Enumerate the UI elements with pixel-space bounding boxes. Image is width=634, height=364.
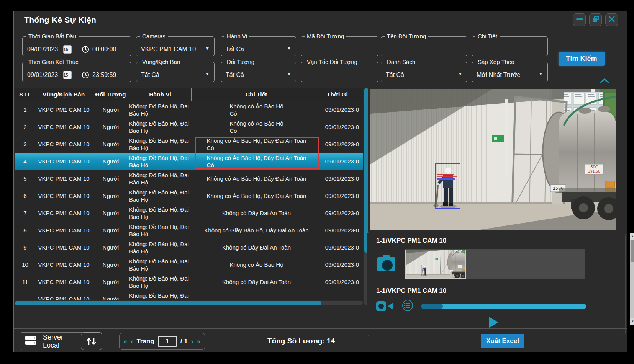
minimize-icon	[576, 16, 583, 24]
close-button[interactable]	[605, 13, 618, 26]
cell-time: 09/01/2023-0	[321, 256, 363, 273]
table-row[interactable]: 3 VKPC PM1 CAM 10 Người Không: Đồ Bảo Hộ…	[15, 135, 363, 153]
calendar-icon[interactable]: 15	[63, 71, 72, 79]
screen: Thống Kê Sự Kiện Thời Gian Bắt Đầu 09/01…	[0, 0, 634, 364]
minimize-button[interactable]	[573, 13, 586, 26]
cell-stt: 2	[15, 118, 35, 135]
page-input[interactable]	[158, 336, 177, 347]
cell-behavior: Không: Đồ Bảo Hộ, Đai Bảo Hộ	[129, 204, 192, 222]
cell-object: Người	[92, 101, 129, 118]
filter-behavior[interactable]: Hành Vi Tất Cả ▼	[221, 36, 296, 56]
header-behavior[interactable]: Hành Vi	[129, 88, 192, 101]
header-stt[interactable]: STT	[15, 88, 35, 101]
header-object[interactable]: Đối Tượng	[92, 88, 129, 101]
close-icon	[608, 16, 615, 24]
clock-icon[interactable]	[82, 71, 89, 79]
cell-time: 09/01/2023-0	[321, 187, 363, 204]
seek-slider-thumb[interactable]	[421, 304, 443, 309]
cell-zone: VKPC PM1 CAM 10	[35, 170, 92, 187]
cell-stt: 10	[15, 256, 35, 273]
filter-object[interactable]: Đối Tượng Tất Cả ▼	[221, 62, 296, 82]
play-icon[interactable]	[489, 317, 498, 328]
filter-list[interactable]: Danh Sách Tất Cả ▼	[381, 62, 467, 82]
cell-stt	[15, 291, 35, 300]
filter-sort[interactable]: Sắp Xếp Theo Mới Nhất Trước ▼	[472, 62, 548, 82]
table-header: STT Vùng/Kịch Bản Đối Tượng Hành Vi Chi …	[15, 88, 363, 101]
camera-live-view[interactable]	[370, 89, 616, 230]
table-row[interactable]: 9 VKPC PM1 CAM 10 Người Không: Đồ Bảo Hộ…	[15, 239, 363, 256]
end-date-value[interactable]: 09/01/2023	[27, 72, 58, 78]
next-page-icon[interactable]: ›	[191, 338, 193, 346]
calendar-icon[interactable]: 15	[63, 45, 72, 54]
events-table: STT Vùng/Kịch Bản Đối Tượng Hành Vi Chi …	[15, 88, 371, 318]
photo-camera-icon[interactable]	[377, 257, 395, 271]
filter-object-name[interactable]: Tên Đối Tượng	[381, 36, 467, 56]
start-time-value[interactable]: 00:00:00	[92, 46, 116, 53]
seek-slider[interactable]	[421, 304, 586, 309]
cell-behavior: Không: Đồ Bảo Hộ, Đai Bảo Hộ	[129, 239, 192, 256]
table-row[interactable]: 5 VKPC PM1 CAM 10 Người Không: Đồ Bảo Hộ…	[15, 170, 363, 187]
collapse-filters-chevron-up-icon[interactable]	[600, 78, 609, 85]
server-selector[interactable]: Server Local	[20, 332, 102, 350]
cell-time: 09/01/2023-0	[321, 101, 363, 118]
snapshot-thumbnail[interactable]	[405, 250, 466, 279]
cell-stt: 5	[15, 170, 35, 187]
chevron-down-icon: ▼	[458, 72, 462, 76]
video-camera-icon[interactable]	[375, 299, 394, 313]
cell-behavior: Không: Đồ Bảo Hộ, Đai Bảo Hộ	[129, 273, 192, 291]
playlist-icon[interactable]	[401, 299, 414, 313]
page-title: Thống Kê Sự Kiện	[24, 15, 96, 24]
camera-detail-panel: 1-1/VKPC PM1 CAM 10 1-1/VKPC PM1 CAM 10	[367, 232, 626, 336]
table-row[interactable]: 7 VKPC PM1 CAM 10 Người Không: Đồ Bảo Hộ…	[15, 204, 363, 222]
filter-detail[interactable]: Chi Tiết	[472, 36, 548, 56]
cell-behavior: Không: Đồ Bảo Hộ, Đai Bảo Hộ	[129, 256, 192, 273]
cell-stt: 3	[15, 135, 35, 153]
cell-object: Người	[92, 204, 129, 222]
clock-icon[interactable]	[82, 46, 89, 53]
header-zone[interactable]: Vùng/Kịch Bản	[35, 88, 92, 101]
table-horizontal-scrollbar[interactable]	[15, 301, 363, 305]
export-excel-button[interactable]: Xuất Excel	[481, 334, 524, 348]
cell-behavior: Không: Đồ Bảo Hộ, Đai Bảo Hộ	[129, 118, 192, 135]
table-row[interactable]: 8 VKPC PM1 CAM 10 Người Không: Đồ Bảo Hộ…	[15, 222, 363, 239]
cell-detail	[192, 291, 321, 300]
table-row[interactable]: 10 VKPC PM1 CAM 10 Người Không: Đồ Bảo H…	[15, 256, 363, 273]
last-page-icon[interactable]: »	[197, 338, 201, 346]
end-time-value[interactable]: 23:59:59	[92, 72, 116, 78]
first-page-icon[interactable]: «	[123, 338, 127, 346]
start-date-value[interactable]: 09/01/2023	[27, 46, 58, 53]
cell-detail: Không có Dây Đai An Toàn	[192, 273, 321, 291]
cell-object: Người	[92, 273, 129, 291]
scroll-down-icon[interactable]: ▼	[630, 318, 634, 325]
table-row[interactable]: 11 VKPC PM1 CAM 10 Người Không: Đồ Bảo H…	[15, 273, 363, 291]
header-detail[interactable]: Chi Tiết	[192, 88, 321, 101]
table-row[interactable]: 6 VKPC PM1 CAM 10 Người Không: Đồ Bảo Hộ…	[15, 187, 363, 204]
table-row[interactable]: VKPC PM1 CAM 10 Người Không: Đồ Bảo Hộ, …	[15, 291, 363, 300]
cell-behavior: Không: Đồ Bảo Hộ, Đai Bảo Hộ	[129, 187, 192, 204]
cell-zone: VKPC PM1 CAM 10	[35, 153, 92, 170]
filter-zone[interactable]: Vùng/Kịch Bản Tất Cả ▼	[136, 62, 215, 82]
snapshot-camera-label: 1-1/VKPC PM1 CAM 10	[376, 237, 614, 245]
cell-object: Người	[92, 135, 129, 153]
scroll-up-icon[interactable]: ▲	[630, 233, 634, 240]
cell-behavior: Không: Đồ Bảo Hộ, Đai Bảo Hộ	[129, 170, 192, 187]
table-row[interactable]: 2 VKPC PM1 CAM 10 Người Không: Đồ Bảo Hộ…	[15, 118, 363, 135]
filter-cameras[interactable]: Cameras VKPC PM1 CAM 10 ▼	[136, 36, 215, 56]
cell-behavior: Không: Đồ Bảo Hộ, Đai Bảo Hộ	[129, 135, 192, 153]
table-row[interactable]: 1 VKPC PM1 CAM 10 Người Không: Đồ Bảo Hộ…	[15, 101, 363, 118]
prev-page-icon[interactable]: ‹	[131, 338, 133, 346]
cell-object: Người	[92, 153, 129, 170]
filter-object-speed[interactable]: Vận Tốc Đối Tượng	[301, 62, 378, 82]
cell-zone: VKPC PM1 CAM 10	[35, 256, 92, 273]
filter-object-code[interactable]: Mã Đối Tượng	[301, 36, 378, 56]
restore-button[interactable]	[589, 13, 602, 26]
search-button[interactable]: Tìm Kiếm	[559, 52, 605, 66]
sync-button[interactable]	[81, 332, 102, 350]
panel-scrollbar[interactable]: ▲ ▼	[630, 233, 634, 325]
cell-detail: Không có Áo Bảo Hộ Có	[192, 101, 321, 118]
chevron-down-icon: ▼	[205, 72, 210, 76]
cell-detail: Không có Áo Bảo Hộ, Dây Đai An Toàn	[192, 187, 321, 204]
cell-time: 09/01/2023-0	[321, 118, 363, 135]
header-time[interactable]: Thời Gi	[321, 88, 363, 101]
table-row[interactable]: 4 VKPC PM1 CAM 10 Người Không: Đồ Bảo Hộ…	[15, 153, 363, 170]
